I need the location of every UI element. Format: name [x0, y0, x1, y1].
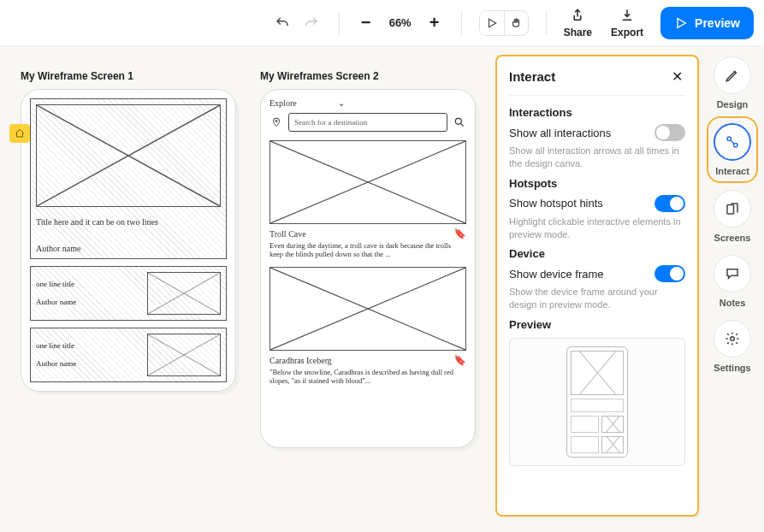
search-icon[interactable] [453, 116, 466, 128]
mode-segmented-control[interactable] [479, 10, 529, 36]
separator [339, 11, 340, 35]
list-item [571, 416, 624, 433]
svg-marker-0 [489, 19, 495, 27]
screen-title[interactable]: My Wireframe Screen 1 [21, 70, 236, 82]
svg-point-8 [275, 121, 277, 122]
toggle-label: Show device frame [509, 268, 604, 281]
nav-header: Explore ⌄ [269, 98, 466, 108]
chat-icon [725, 266, 740, 281]
bookmark-icon[interactable]: 🔖 [453, 228, 466, 239]
interact-panel: Interact ✕ Interactions Show all interac… [495, 55, 699, 517]
redo-button[interactable] [301, 13, 322, 33]
text-placeholder [571, 399, 624, 412]
device-preview [509, 338, 685, 466]
zoom-in-button[interactable]: + [425, 13, 444, 33]
rail-design[interactable]: Design [714, 56, 751, 109]
rail-label: Design [717, 99, 749, 109]
toggle-description: Show all interaction arrows at all times… [509, 145, 685, 170]
right-sidebar: Design Interact Screens Notes Settings [706, 56, 759, 373]
row-title: one line title [36, 279, 140, 291]
row-author: Author name [36, 358, 140, 370]
separator [546, 11, 547, 35]
location-pin-icon[interactable] [269, 116, 283, 128]
play-icon [674, 16, 688, 30]
rail-settings[interactable]: Settings [714, 320, 751, 373]
list-item[interactable]: one line title Author name [30, 266, 227, 321]
toggle-label: Show hotspot hints [509, 197, 603, 210]
link-icon [725, 134, 740, 150]
svg-line-10 [460, 123, 463, 126]
image-placeholder [147, 272, 221, 315]
export-label: Export [611, 27, 643, 38]
image-placeholder [147, 334, 221, 376]
share-icon [570, 8, 585, 23]
item-title: Caradhras Iceberg [269, 356, 332, 365]
show-device-frame-toggle[interactable] [654, 265, 685, 282]
toggle-label: Show all interactions [509, 127, 611, 139]
hero-card[interactable]: Title here and it can be on two lines Au… [30, 98, 227, 259]
item-desc: "Below the snowline, Caradhras is descri… [269, 368, 466, 385]
search-input[interactable]: Search for a destination [288, 113, 447, 132]
section-heading: Preview [509, 318, 685, 331]
play-mode-button[interactable] [480, 11, 504, 35]
screens-icon [725, 201, 740, 216]
svg-point-18 [731, 337, 735, 341]
rail-label: Settings [714, 363, 750, 373]
nav-label: Explore [269, 98, 297, 108]
rail-label: Notes [720, 298, 746, 308]
svg-point-9 [455, 118, 461, 124]
screen-title[interactable]: My Wireframes Screen 2 [260, 70, 476, 82]
share-label: Share [564, 27, 592, 38]
export-icon [619, 8, 635, 23]
toggle-description: Show the device frame around your design… [509, 286, 685, 311]
hero-title: Title here and it can be on two lines [36, 217, 221, 227]
search-row: Search for a destination [269, 113, 466, 132]
image-placeholder [36, 104, 221, 207]
home-indicator-badge[interactable] [9, 124, 30, 143]
image-placeholder[interactable] [269, 140, 466, 224]
image-placeholder [571, 351, 624, 395]
undo-button[interactable] [272, 13, 293, 33]
top-toolbar: − 66% + Share Export Preview [0, 0, 764, 46]
pencil-icon [725, 68, 740, 83]
item-desc: Even during the daytime, a troll cave is… [269, 241, 466, 258]
row-author: Author name [36, 297, 140, 309]
close-button[interactable]: ✕ [668, 68, 685, 85]
hero-author: Author name [36, 244, 221, 253]
section-heading: Device [509, 247, 685, 260]
hand-mode-button[interactable] [504, 11, 528, 35]
show-all-interactions-toggle[interactable] [654, 124, 685, 141]
preview-button[interactable]: Preview [660, 7, 754, 39]
svg-marker-1 [678, 18, 685, 27]
section-heading: Hotspots [509, 177, 685, 190]
list-item [571, 436, 624, 453]
row-title: one line title [36, 340, 140, 352]
svg-rect-17 [727, 205, 734, 215]
image-placeholder[interactable] [269, 267, 466, 351]
device-frame-2[interactable]: Explore ⌄ Search for a destination Troll… [260, 89, 476, 448]
zoom-level[interactable]: 66% [384, 16, 417, 29]
gear-icon [725, 331, 740, 346]
export-button[interactable]: Export [611, 8, 643, 38]
rail-interact[interactable]: Interact [712, 121, 753, 178]
panel-title: Interact [509, 69, 555, 84]
preview-label: Preview [695, 16, 740, 30]
section-heading: Interactions [509, 106, 685, 119]
bookmark-icon[interactable]: 🔖 [453, 354, 466, 366]
separator [461, 11, 462, 35]
list-item[interactable]: one line title Author name [30, 328, 227, 382]
rail-label: Interact [715, 166, 749, 176]
rail-screens[interactable]: Screens [714, 190, 751, 243]
home-icon [15, 128, 25, 139]
mini-phone-preview [566, 346, 628, 458]
rail-notes[interactable]: Notes [714, 255, 751, 308]
share-button[interactable]: Share [564, 8, 592, 38]
toggle-description: Highlight clickable interactive elements… [509, 216, 685, 241]
zoom-out-button[interactable]: − [357, 13, 376, 33]
device-frame-1[interactable]: Title here and it can be on two lines Au… [21, 89, 236, 392]
item-title: Troll Cave [269, 229, 306, 239]
rail-label: Screens [714, 233, 751, 243]
chevron-down-icon[interactable]: ⌄ [338, 98, 345, 108]
show-hotspot-hints-toggle[interactable] [654, 195, 685, 212]
